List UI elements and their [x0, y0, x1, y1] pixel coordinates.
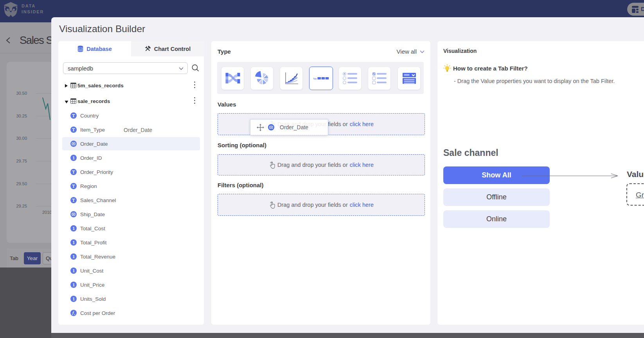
- svg-text:Tab: Tab: [313, 78, 317, 80]
